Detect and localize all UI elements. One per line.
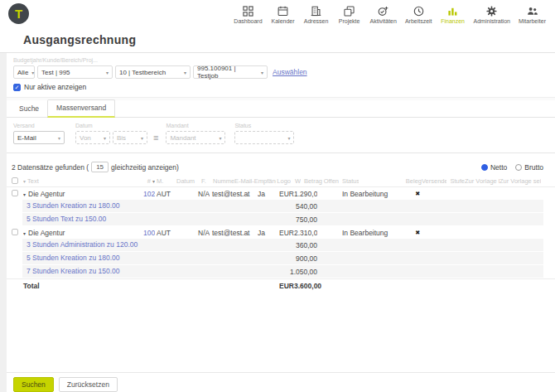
select-value: Bis — [117, 134, 126, 142]
check-plus-icon — [378, 6, 388, 17]
nav-item-mitarbeiter[interactable]: Mitarbeiter — [514, 3, 550, 24]
nav-item-aktivitaeten[interactable]: Aktivitäten — [366, 3, 401, 24]
col-datum[interactable]: Datum — [175, 177, 201, 185]
select-value: E-Mail — [17, 134, 36, 142]
only-active-checkbox[interactable]: ✓ — [13, 84, 21, 91]
row-status: In Bearbeitung — [339, 190, 388, 198]
nav-item-dashboard[interactable]: Dashboard — [229, 3, 266, 24]
logo-letter: T — [15, 7, 22, 21]
col-w[interactable]: W — [291, 177, 301, 185]
tab-massenversand[interactable]: Massenversand — [47, 99, 115, 118]
zuruecksetzen-button[interactable]: Zurücksetzen — [59, 377, 118, 392]
mandant-select[interactable]: Mandant▾ — [166, 131, 225, 144]
app-logo[interactable]: T — [8, 3, 29, 24]
title-row: Ausgangsrechnung — [0, 27, 555, 53]
menu-icon[interactable]: ≡ — [153, 131, 158, 144]
collapse-caret-icon[interactable]: ▾ — [23, 231, 26, 236]
invoice-number-link[interactable]: 100 — [143, 229, 155, 237]
nav-item-projekte[interactable]: Projekte — [333, 3, 366, 24]
col-email[interactable]: E-Mail-Empfänger — [234, 177, 276, 185]
main-nav: Dashboard Kalender Adressen Projekte Akt… — [229, 3, 550, 24]
row-logo: Ja — [258, 229, 273, 237]
radio-label: Netto — [490, 163, 507, 172]
item-link[interactable]: 7 Stunden Kreation zu 150.00 — [27, 267, 138, 276]
row-checkbox[interactable] — [12, 229, 18, 235]
row-checkbox[interactable] — [12, 190, 18, 196]
col-versendet[interactable]: Versendet — [422, 177, 446, 185]
nav-item-arbeitszeit[interactable]: Arbeitszeit — [401, 3, 437, 24]
nav-item-adressen[interactable]: Adressen — [300, 3, 333, 24]
invoice-item-row: 3 Stunden Administration zu 120.00 360,0… — [22, 239, 543, 252]
clock-icon — [413, 6, 424, 17]
nav-label: Projekte — [339, 18, 360, 24]
chevron-down-icon: ▾ — [31, 70, 34, 75]
tab-suche[interactable]: Suche — [11, 101, 47, 117]
suchen-button[interactable]: Suchen — [13, 377, 54, 392]
datum-von-select[interactable]: Von▾ — [75, 131, 110, 144]
top-bar: T Dashboard Kalender Adressen Projekte A… — [0, 0, 555, 27]
col-nummer[interactable]: Nummer — [211, 177, 234, 185]
item-link[interactable]: 3 Stunden Administration zu 120.00 — [27, 240, 138, 249]
item-link[interactable]: 3 Stunden Kreation zu 180.00 — [27, 201, 138, 211]
budget-year-select[interactable]: Alle▾ — [13, 65, 35, 79]
col-number[interactable]: #▾ — [143, 177, 155, 185]
nav-item-kalender[interactable]: Kalender — [267, 3, 300, 24]
select-value: Alle — [17, 69, 28, 76]
row-email: test@test.at — [210, 229, 258, 237]
col-status[interactable]: Status — [339, 177, 359, 185]
row-text[interactable]: ▾Die Agentur — [23, 229, 143, 237]
auswaehlen-link[interactable]: Auswählen — [273, 68, 307, 76]
total-amount: 3.600,00 — [294, 282, 317, 290]
kunde-select[interactable]: Test | 995▾ — [37, 65, 113, 79]
select-value: Test | 995 — [41, 69, 70, 76]
row-currency: EUR — [273, 190, 294, 198]
table-row[interactable]: ▾Die Agentur 100 AUT N/A test@test.at Ja… — [0, 226, 555, 239]
row-nummer: N/A — [198, 190, 210, 198]
chevron-down-icon: ▾ — [58, 135, 60, 141]
page-size-input[interactable] — [91, 162, 109, 172]
nav-label: Arbeitszeit — [405, 18, 432, 24]
datum-bis-select[interactable]: Bis▾ — [113, 131, 147, 144]
building-icon — [311, 6, 321, 17]
col-zur-vorlage-seit[interactable]: Zur Vorlage seit — [499, 177, 541, 185]
item-link[interactable]: 5 Stunden Kreation zu 180.00 — [27, 254, 138, 263]
bereich-select[interactable]: 10 | Testbereich▾ — [115, 65, 191, 79]
radio-label: Brutto — [524, 163, 543, 172]
results-bar: 2 Datensätze gefunden ( gleichzeitig anz… — [0, 153, 555, 176]
col-offen[interactable]: Offen — [322, 177, 339, 185]
nav-item-finanzen[interactable]: Finanzen — [437, 3, 470, 24]
col-text[interactable]: ▾Text — [23, 177, 143, 185]
col-logo[interactable]: Logo — [276, 177, 291, 185]
brutto-radio[interactable]: Brutto — [515, 163, 543, 172]
invoice-item-row: 7 Stunden Kreation zu 150.00 1.050,00 — [22, 265, 543, 278]
col-f[interactable]: F. — [201, 177, 211, 185]
col-zur-vorlage-bei[interactable]: Zur Vorlage bei — [465, 177, 499, 185]
item-amount: 750,00 — [138, 215, 317, 224]
col-m[interactable]: M. — [155, 177, 175, 185]
status-select[interactable]: ▾ — [234, 131, 294, 144]
collapse-caret-icon[interactable]: ▾ — [23, 192, 26, 197]
select-all-checkbox[interactable] — [12, 177, 18, 184]
job-select[interactable]: 995.100901 | Testjob▾ — [193, 65, 268, 79]
invoice-number-link[interactable]: 102 — [143, 190, 155, 198]
col-beleg[interactable]: Beleg — [359, 177, 422, 185]
netto-radio[interactable]: Netto — [481, 163, 507, 172]
versand-select[interactable]: E-Mail▾ — [13, 131, 65, 144]
nav-label: Dashboard — [234, 18, 262, 24]
item-link[interactable]: 5 Stunden Text zu 150.00 — [27, 215, 138, 224]
col-betrag[interactable]: Betrag — [301, 177, 322, 185]
table-header: ▾Text #▾ M. Datum F. Nummer E-Mail-Empfä… — [0, 176, 555, 187]
col-stufe[interactable]: Stufe — [446, 177, 465, 185]
row-nummer: N/A — [198, 229, 210, 237]
chevron-down-icon: ▾ — [104, 135, 106, 141]
page-title: Ausgangsrechnung — [23, 33, 555, 46]
item-amount: 1.050,00 — [138, 268, 317, 276]
people-icon — [527, 6, 538, 17]
nav-item-administration[interactable]: Administration — [470, 3, 514, 24]
invoice-item-row: 5 Stunden Kreation zu 180.00 900,00 — [22, 252, 543, 265]
invoice-item-row: 5 Stunden Text zu 150.00 750,00 — [22, 213, 543, 226]
row-text[interactable]: ▾Die Agentur — [23, 190, 143, 198]
row-status: In Bearbeitung — [339, 229, 388, 237]
nav-label: Adressen — [304, 18, 329, 24]
table-row[interactable]: ▾Die Agentur 102 AUT N/A test@test.at Ja… — [0, 187, 555, 200]
